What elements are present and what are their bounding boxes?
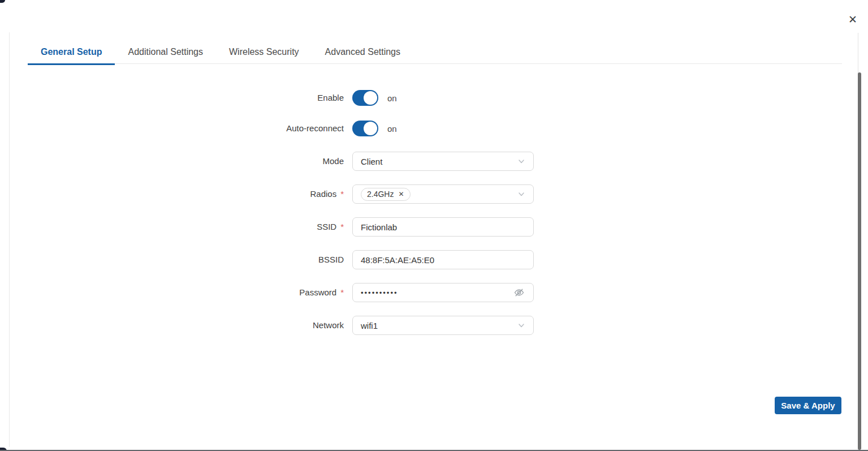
enable-state-text: on — [387, 93, 397, 103]
network-select[interactable]: wifi1 — [352, 316, 534, 335]
password-visibility-toggle[interactable] — [513, 287, 525, 298]
network-selected-value: wifi1 — [361, 321, 378, 330]
chevron-down-icon — [517, 190, 525, 198]
tab-general-setup[interactable]: General Setup — [28, 40, 115, 64]
save-apply-button[interactable]: Save & Apply — [775, 397, 841, 414]
password-label: Password* — [0, 287, 344, 298]
close-icon[interactable]: ✕ — [845, 12, 860, 27]
mode-label: Mode — [0, 156, 344, 167]
network-label: Network — [0, 320, 344, 331]
bssid-label: BSSID — [0, 254, 344, 265]
scrollbar-thumb[interactable] — [858, 72, 861, 450]
auto-reconnect-label: Auto-reconnect — [0, 123, 344, 134]
tab-wireless-security[interactable]: Wireless Security — [216, 40, 312, 64]
radios-label: Radios* — [0, 188, 344, 200]
radio-tag-label: 2.4GHz — [367, 190, 394, 199]
mode-select[interactable]: Client — [352, 152, 534, 171]
eye-off-icon — [513, 287, 525, 298]
radios-multiselect[interactable]: 2.4GHz ✕ — [352, 184, 534, 204]
page-corner-top-left — [0, 0, 5, 3]
required-asterisk: * — [340, 222, 344, 231]
chevron-down-icon — [517, 321, 525, 329]
bssid-input[interactable] — [361, 251, 525, 269]
tab-advanced-settings[interactable]: Advanced Settings — [312, 40, 413, 64]
toggle-knob — [364, 91, 377, 105]
auto-reconnect-state-text: on — [387, 124, 397, 134]
tab-additional-settings[interactable]: Additional Settings — [115, 40, 216, 64]
ssid-label: SSID* — [0, 221, 344, 233]
ssid-input[interactable] — [361, 218, 525, 236]
radios-row: 2.4GHz ✕ — [352, 184, 534, 204]
toggle-knob — [364, 122, 377, 135]
required-asterisk: * — [340, 287, 344, 297]
tag-remove-icon[interactable]: ✕ — [398, 191, 404, 197]
mode-row: Client — [352, 152, 534, 171]
password-field-wrap — [352, 283, 534, 302]
required-asterisk: * — [340, 189, 344, 199]
bssid-row — [352, 250, 534, 269]
chevron-down-icon — [517, 157, 525, 165]
enable-label: Enable — [0, 92, 344, 104]
mode-selected-value: Client — [361, 157, 382, 166]
bssid-field-wrap — [352, 250, 534, 269]
ssid-row — [352, 217, 534, 237]
radio-tag: 2.4GHz ✕ — [361, 188, 411, 201]
auto-reconnect-row: on — [352, 121, 397, 136]
tab-bar: General Setup Additional Settings Wirele… — [28, 40, 842, 64]
auto-reconnect-toggle[interactable] — [352, 121, 378, 136]
enable-row: on — [352, 90, 397, 106]
network-row: wifi1 — [352, 316, 534, 335]
password-input[interactable] — [361, 284, 513, 302]
ssid-field-wrap — [352, 217, 534, 237]
password-row — [352, 283, 534, 302]
enable-toggle[interactable] — [352, 90, 378, 106]
